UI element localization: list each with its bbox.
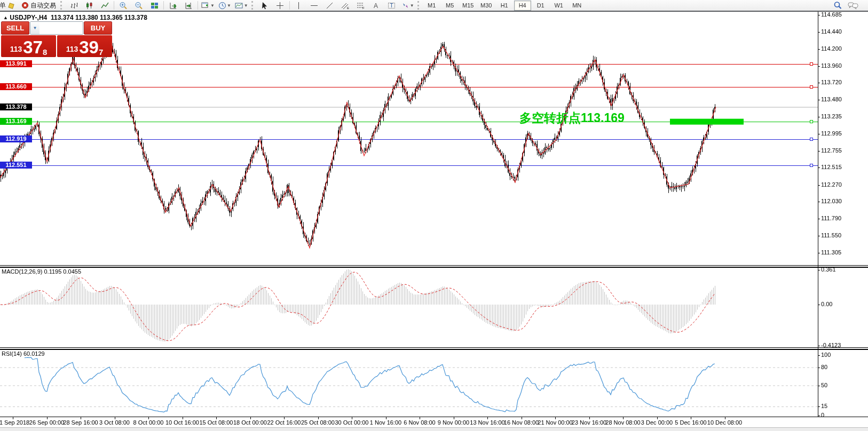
volume-decrease-button[interactable]: ▼: [30, 22, 40, 34]
cursor-button[interactable]: [257, 0, 272, 11]
candlestick-chart-button[interactable]: [82, 0, 97, 11]
zoom-in-button[interactable]: [116, 0, 131, 11]
text-label-button[interactable]: T: [384, 0, 399, 11]
fibonacci-icon: F: [357, 2, 365, 10]
clock-icon: [218, 2, 226, 10]
sell-button[interactable]: SELL: [1, 21, 29, 35]
timeframe-button-m1[interactable]: M1: [423, 1, 440, 11]
tile-windows-icon: [151, 2, 159, 10]
vertical-line-icon: [295, 2, 303, 10]
arrows-icon: [401, 2, 409, 10]
line-chart-icon: [101, 2, 109, 10]
fibonacci-button[interactable]: F: [353, 0, 368, 11]
search-button[interactable]: [830, 0, 845, 11]
equidistant-channel-button[interactable]: E: [338, 0, 353, 11]
chart-shift-button[interactable]: [181, 0, 196, 11]
text-button[interactable]: A: [369, 0, 384, 11]
text-label-icon: T: [388, 2, 396, 10]
svg-text:F: F: [362, 6, 365, 10]
text-icon: A: [372, 2, 380, 10]
timeframe-button-m30[interactable]: M30: [478, 1, 495, 11]
mt4-window: 单 自动交易 ▼ ▼ ▼ E F A T ▼ M1M5M1: [0, 0, 868, 431]
candlestick-chart-icon: [85, 2, 93, 10]
svg-text:A: A: [374, 2, 378, 10]
template-dropdown[interactable]: ▼: [233, 0, 250, 11]
vertical-line-button[interactable]: [291, 0, 306, 11]
toolbar-separator: [289, 1, 290, 10]
search-icon: [833, 1, 842, 10]
trade-panel-controls: SELL ▼ ▲ BUY: [1, 21, 112, 35]
one-click-trading-panel: SELL ▼ ▲ BUY 113 37 8 113 39 7: [1, 21, 112, 57]
dropdown-caret: ▼: [210, 3, 215, 8]
zoom-in-icon: [119, 2, 128, 10]
buy-button[interactable]: BUY: [84, 21, 112, 35]
zoom-out-button[interactable]: [131, 0, 146, 11]
autotrading-icon: [21, 2, 29, 9]
new-order-label: 单: [0, 1, 6, 10]
trendline-button[interactable]: [322, 0, 337, 11]
auto-scroll-icon: [169, 2, 177, 10]
toolbar-drag-handle[interactable]: [417, 1, 422, 10]
trade-panel-prices: 113 37 8 113 39 7: [1, 35, 112, 57]
chart-canvas[interactable]: [0, 0, 868, 431]
new-order-button[interactable]: 单: [0, 0, 18, 11]
new-order-icon: [7, 2, 15, 9]
crosshair-icon: [276, 2, 284, 10]
horizontal-line-icon: [310, 2, 318, 10]
chat-icon: [848, 2, 858, 10]
volume-input[interactable]: [40, 22, 83, 34]
bar-chart-button[interactable]: [66, 0, 81, 11]
sell-price-display[interactable]: 113 37 8: [1, 35, 56, 57]
equidistant-channel-icon: E: [341, 2, 350, 10]
period-dropdown[interactable]: ▼: [217, 0, 233, 11]
buy-price-pips: 39: [79, 38, 99, 56]
toolbar-drag-handle[interactable]: [251, 1, 256, 10]
sell-price-point: 8: [43, 49, 47, 56]
dropdown-caret: ▼: [244, 3, 248, 8]
timeframe-button-h1[interactable]: H1: [496, 1, 513, 11]
chart-shift-icon: [185, 2, 193, 10]
crosshair-button[interactable]: [273, 0, 288, 11]
auto-scroll-button[interactable]: [165, 0, 180, 11]
autotrading-button[interactable]: 自动交易: [19, 0, 59, 11]
zoom-out-icon: [135, 2, 143, 10]
dropdown-caret: ▼: [410, 3, 414, 8]
cursor-icon: [261, 2, 269, 10]
timeframe-bar: M1M5M15M30H1H4D1W1MN: [423, 1, 586, 11]
toolbar-separator: [114, 1, 114, 10]
svg-text:T: T: [390, 3, 393, 9]
new-chart-icon: [201, 2, 210, 10]
line-chart-button[interactable]: [97, 0, 112, 11]
volume-control: ▼ ▲: [30, 21, 83, 35]
svg-text:E: E: [347, 6, 349, 10]
timeframe-button-h4[interactable]: H4: [514, 1, 531, 11]
timeframe-button-m5[interactable]: M5: [441, 1, 459, 11]
sell-price-pips: 37: [23, 38, 43, 56]
buy-price-display[interactable]: 113 39 7: [57, 35, 112, 57]
toolbar-separator: [163, 1, 164, 10]
buy-price-point: 7: [99, 49, 103, 56]
horizontal-line-button[interactable]: [307, 0, 322, 11]
chat-button[interactable]: [846, 0, 861, 11]
toolbar-drag-handle[interactable]: [60, 1, 65, 10]
toolbar: 单 自动交易 ▼ ▼ ▼ E F A T ▼ M1M5M1: [0, 0, 868, 12]
trendline-icon: [326, 2, 334, 10]
new-chart-dropdown[interactable]: ▼: [200, 0, 216, 11]
timeframe-button-m15[interactable]: M15: [460, 1, 477, 11]
arrows-dropdown[interactable]: ▼: [400, 0, 416, 11]
timeframe-button-d1[interactable]: D1: [532, 1, 549, 11]
tile-windows-button[interactable]: [147, 0, 162, 11]
timeframe-button-mn[interactable]: MN: [569, 1, 586, 11]
timeframe-button-w1[interactable]: W1: [550, 1, 567, 11]
sell-price-bigfigure: 113: [10, 42, 22, 56]
dropdown-caret: ▼: [227, 3, 231, 8]
bar-chart-icon: [70, 2, 78, 10]
buy-price-bigfigure: 113: [66, 42, 78, 56]
autotrading-label: 自动交易: [30, 1, 56, 10]
toolbar-separator: [198, 1, 198, 10]
template-icon: [235, 2, 243, 10]
